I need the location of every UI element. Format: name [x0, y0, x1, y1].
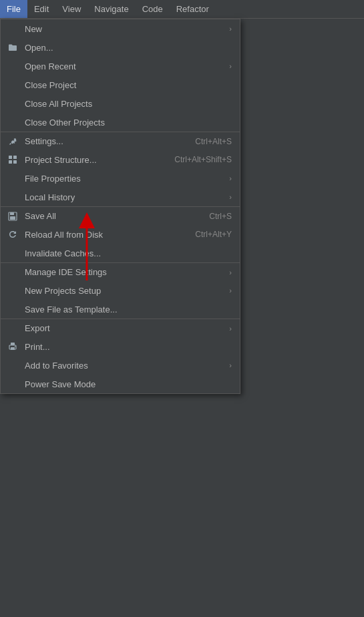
svg-rect-3	[13, 160, 17, 164]
printer-icon	[7, 341, 18, 352]
menu-item-new[interactable]: New ›	[1, 19, 240, 38]
menu-item-local-history[interactable]: Local History ›	[1, 188, 240, 206]
svg-rect-8	[11, 343, 15, 345]
svg-rect-0	[9, 156, 12, 159]
svg-point-10	[15, 346, 16, 347]
save-icon	[7, 211, 18, 222]
menubar-view[interactable]: View	[55, 0, 87, 18]
project-icon	[7, 154, 18, 165]
arrow-icon-open-recent: ›	[229, 62, 232, 70]
menu-item-export[interactable]: Export ›	[1, 319, 240, 337]
menubar-navigate[interactable]: Navigate	[87, 0, 135, 18]
menu-item-print[interactable]: Print...	[1, 337, 240, 356]
arrow-icon-local-history: ›	[229, 193, 232, 201]
menu-item-invalidate-caches[interactable]: Invalidate Caches...	[1, 244, 240, 262]
menu-item-settings[interactable]: Settings... Ctrl+Alt+S	[1, 132, 240, 150]
svg-rect-5	[10, 212, 14, 215]
file-menu-dropdown: New › Open... Open Recent › Close Projec…	[0, 19, 240, 394]
arrow-icon-file-props: ›	[229, 174, 232, 182]
svg-rect-6	[10, 216, 15, 220]
menu-item-close-other-projects[interactable]: Close Other Projects	[1, 113, 240, 132]
menubar-edit[interactable]: Edit	[27, 0, 55, 18]
arrow-icon: ›	[229, 25, 232, 33]
menu-item-close-project[interactable]: Close Project	[1, 75, 240, 94]
menu-item-add-to-favorites[interactable]: Add to Favorites ›	[1, 356, 240, 375]
folder-icon	[7, 42, 18, 53]
menu-item-open-recent[interactable]: Open Recent ›	[1, 57, 240, 75]
svg-rect-1	[13, 156, 17, 159]
svg-rect-9	[11, 347, 15, 350]
menu-item-save-all[interactable]: Save All Ctrl+S	[1, 206, 240, 225]
menu-item-save-file-as-template[interactable]: Save File as Template...	[1, 300, 240, 319]
menubar: File Edit View Navigate Code Refactor	[0, 0, 364, 19]
wrench-icon	[7, 136, 18, 147]
menu-item-reload-all[interactable]: Reload All from Disk Ctrl+Alt+Y	[1, 225, 240, 244]
reload-icon	[7, 229, 18, 240]
arrow-icon-manage-ide: ›	[229, 268, 232, 276]
svg-rect-2	[9, 160, 12, 164]
menubar-file[interactable]: File	[0, 0, 27, 18]
menu-item-close-all-projects[interactable]: Close All Projects	[1, 94, 240, 113]
menu-item-power-save-mode[interactable]: Power Save Mode	[1, 375, 240, 393]
menu-item-new-projects-setup[interactable]: New Projects Setup ›	[1, 281, 240, 300]
menubar-code[interactable]: Code	[136, 0, 170, 18]
arrow-icon-export: ›	[229, 325, 232, 333]
menubar-refactor[interactable]: Refactor	[170, 0, 216, 18]
arrow-icon-new-projects: ›	[229, 286, 232, 294]
arrow-icon-favorites: ›	[229, 361, 232, 369]
menu-item-file-properties[interactable]: File Properties ›	[1, 169, 240, 188]
menu-item-manage-ide-settings[interactable]: Manage IDE Settings ›	[1, 262, 240, 281]
menu-item-project-structure[interactable]: Project Structure... Ctrl+Alt+Shift+S	[1, 150, 240, 169]
menu-item-open[interactable]: Open...	[1, 38, 240, 57]
